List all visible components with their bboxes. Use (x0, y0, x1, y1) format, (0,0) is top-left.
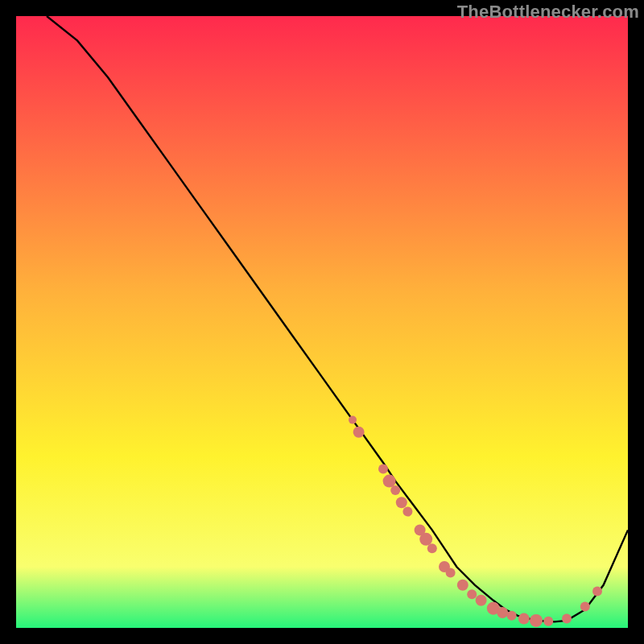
data-marker (457, 580, 469, 591)
data-marker (419, 533, 432, 546)
data-marker (592, 586, 602, 596)
data-marker (467, 589, 477, 599)
data-marker (562, 614, 572, 624)
data-marker (497, 607, 508, 618)
data-marker (530, 614, 543, 627)
data-marker (543, 617, 553, 626)
data-marker (402, 507, 412, 517)
data-marker (378, 464, 388, 473)
data-marker (446, 568, 456, 578)
watermark-label: TheBottlenecker.com (457, 2, 639, 23)
data-marker (396, 497, 407, 508)
data-marker (390, 485, 400, 495)
data-marker (353, 427, 365, 438)
data-marker (476, 595, 487, 606)
data-marker (580, 601, 590, 611)
data-marker (383, 475, 396, 488)
gradient-background (16, 16, 628, 628)
data-marker (518, 613, 530, 625)
data-marker (507, 611, 517, 621)
data-marker (427, 543, 437, 553)
bottleneck-chart (16, 16, 628, 628)
data-marker (349, 416, 357, 424)
chart-frame (16, 16, 628, 628)
